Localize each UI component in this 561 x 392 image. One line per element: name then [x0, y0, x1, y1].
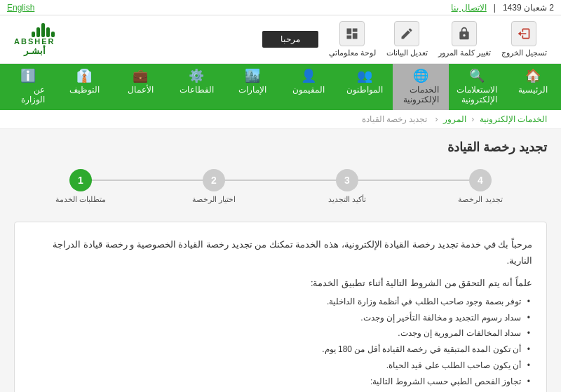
- nav-item-home[interactable]: 🏠 الرئيسية: [505, 64, 561, 110]
- nav-label-eservices: الخدمات الإلكترونية: [403, 85, 439, 104]
- step-label-4: تجديد الرخصة: [458, 195, 502, 204]
- nav-item-eservices[interactable]: 🌐 الخدمات الإلكترونية: [393, 64, 449, 110]
- logout-label: تسجيل الخروج: [501, 48, 547, 58]
- sectors-icon: ⚙️: [189, 69, 204, 82]
- edit-data-icon: [394, 21, 419, 46]
- steps: 1 متطلبات الخدمة 2 اختيار الرخصة 3 تأكيد…: [14, 169, 547, 204]
- nav-label-about: عن الوزارة: [11, 85, 45, 104]
- step-4: 4 تجديد الرخصة: [414, 169, 547, 204]
- nav-item-residents[interactable]: 👤 المقيمون: [280, 64, 337, 110]
- nav-item-citizens[interactable]: 👥 المواطنون: [337, 64, 393, 110]
- req-2: سداد رسوم التجديد و مخالفة التأخير إن وج…: [29, 310, 532, 326]
- breadcrumb-traffic[interactable]: المرور: [443, 114, 466, 124]
- about-icon: ℹ️: [20, 69, 36, 82]
- welcome-label: مرحبا: [280, 34, 300, 44]
- step-3: 3 تأكيد التجديد: [280, 169, 414, 204]
- header: تسجيل الخروج تغيير كلمة المرور تعديل الب…: [0, 15, 561, 64]
- logo-bars: [14, 23, 55, 37]
- dashboard-icon: [339, 21, 365, 46]
- logout-action[interactable]: تسجيل الخروج: [501, 21, 547, 58]
- logout-icon: [511, 21, 536, 46]
- req-5: أن يكون صاحب الطلب على قيد الحياة.: [29, 358, 532, 374]
- nav-label-employment: التوظيف: [69, 85, 100, 95]
- nav-item-about[interactable]: ℹ️ عن الوزارة: [0, 64, 56, 110]
- step-label-3: تأكيد التجديد: [328, 195, 366, 204]
- nav-label-citizens: المواطنون: [346, 85, 383, 95]
- edit-data-action[interactable]: تعديل البيانات: [386, 21, 428, 58]
- header-actions: تسجيل الخروج تغيير كلمة المرور تعديل الب…: [262, 21, 547, 58]
- breadcrumb-sep2: ‹: [433, 114, 438, 124]
- english-link[interactable]: English: [7, 3, 34, 13]
- bar5: [32, 32, 35, 37]
- change-pass-icon: [452, 21, 477, 46]
- nav-item-sectors[interactable]: ⚙️ القطاعات: [168, 64, 224, 110]
- breadcrumb-sep1: ‹: [469, 114, 474, 124]
- nav-label-residents: المقيمون: [292, 85, 325, 95]
- edit-data-label: تعديل البيانات: [386, 48, 428, 58]
- top-bar-left: 2 شعبان 1439 | الاتصال بنا: [451, 3, 554, 13]
- logo-arabic: أبشـر: [14, 46, 55, 56]
- intro-line1: مرحباً بك في خدمة تجديد رخصة القيادة الإ…: [29, 236, 532, 269]
- nav-item-employment[interactable]: 👔 التوظيف: [56, 64, 112, 110]
- req-3: سداد المخالفات المرورية إن وجدت.: [29, 325, 532, 342]
- nav-item-inquiries[interactable]: 🔍 الاستعلامات الإلكترونية: [449, 64, 505, 110]
- citizens-icon: 👥: [357, 69, 372, 82]
- dashboard-action[interactable]: لوحة معلوماتي: [329, 21, 376, 58]
- contact-separator: |: [494, 3, 496, 13]
- bar3: [41, 23, 45, 37]
- change-pass-label: تغيير كلمة المرور: [438, 48, 491, 58]
- breadcrumb-eservices[interactable]: الخدمات الإلكترونية: [480, 114, 547, 124]
- breadcrumb: الخدمات الإلكترونية ‹ المرور ‹ تجديد رخص…: [0, 110, 561, 129]
- step-label-2: اختيار الرخصة: [192, 195, 236, 204]
- nav-label-emirates: الإمارات: [238, 85, 266, 95]
- nav-item-emirates[interactable]: 🏙️ الإمارات: [224, 64, 280, 110]
- step-circle-4: 4: [469, 169, 492, 191]
- step-circle-3: 3: [336, 169, 358, 191]
- bar2: [46, 27, 50, 37]
- nav: 🏠 الرئيسية 🔍 الاستعلامات الإلكترونية 🌐 ا…: [0, 64, 561, 110]
- req-6: تجاوز الفحص الطبي حسب الشروط التالية:: [29, 374, 532, 390]
- req-4: أن تكون المدة المتبقية في رخصة القيادة أ…: [29, 342, 532, 358]
- breadcrumb-current: تجديد رخصة القيادة: [362, 114, 428, 124]
- dashboard-label: لوحة معلوماتي: [329, 48, 376, 58]
- step-2: 2 اختيار الرخصة: [147, 169, 280, 204]
- welcome-box: مرحبا: [262, 31, 318, 48]
- logo-area: ABSHER أبشـر: [14, 23, 55, 56]
- bar1: [51, 32, 55, 37]
- nav-label-business: الأعمال: [128, 85, 154, 95]
- emirates-icon: 🏙️: [245, 69, 260, 82]
- logo-text: ABSHER أبشـر: [14, 23, 55, 56]
- step-circle-2: 2: [203, 169, 225, 191]
- content-box: مرحباً بك في خدمة تجديد رخصة القيادة الإ…: [14, 222, 547, 392]
- change-pass-action[interactable]: تغيير كلمة المرور: [438, 21, 491, 58]
- req-1: توفر بصمة وجود صاحب الطلب في أنظمة وزارة…: [29, 294, 532, 310]
- logo-absher: ABSHER: [14, 37, 55, 46]
- date-label: 2 شعبان 1439: [503, 3, 554, 13]
- top-bar: 2 شعبان 1439 | الاتصال بنا English: [0, 0, 561, 15]
- business-icon: 💼: [133, 69, 148, 82]
- nav-label-sectors: القطاعات: [180, 85, 214, 95]
- intro-line2: علماً أنه يتم التحقق من الشروط التالية أ…: [29, 278, 532, 288]
- home-icon: 🏠: [525, 69, 541, 82]
- contact-label[interactable]: الاتصال بنا: [451, 3, 486, 13]
- eservices-icon: 🌐: [413, 69, 428, 82]
- step-circle-1: 1: [69, 169, 92, 191]
- step-label-1: متطلبات الخدمة: [55, 195, 106, 204]
- nav-item-business[interactable]: 💼 الأعمال: [112, 64, 168, 110]
- requirements-list: توفر بصمة وجود صاحب الطلب في أنظمة وزارة…: [29, 294, 532, 390]
- page-title: تجديد رخصة القيادة: [14, 140, 547, 155]
- page-content: تجديد رخصة القيادة 1 متطلبات الخدمة 2 اخ…: [0, 129, 561, 392]
- nav-label-inquiries: الاستعلامات الإلكترونية: [457, 85, 497, 104]
- bar4: [36, 27, 40, 37]
- employment-icon: 👔: [76, 69, 92, 82]
- residents-icon: 👤: [301, 69, 316, 82]
- step-1: 1 متطلبات الخدمة: [14, 169, 147, 204]
- inquiries-icon: 🔍: [469, 69, 485, 82]
- nav-label-home: الرئيسية: [518, 85, 548, 95]
